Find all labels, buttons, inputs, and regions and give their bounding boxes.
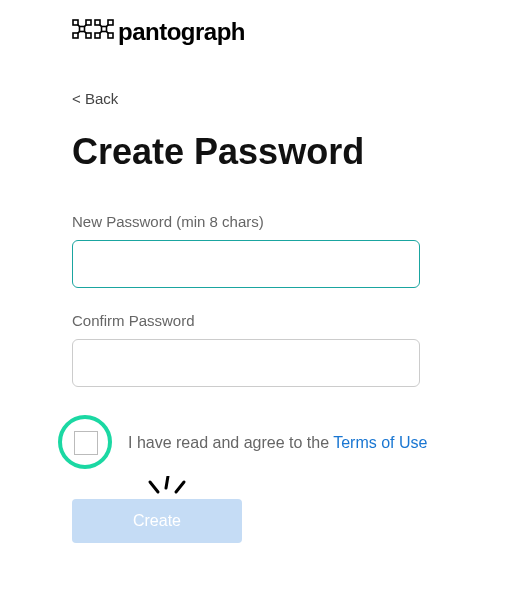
terms-text: I have read and agree to the Terms of Us… xyxy=(128,434,427,452)
new-password-group: New Password (min 8 chars) xyxy=(72,213,445,288)
create-button[interactable]: Create xyxy=(72,499,242,543)
brand: pantograph xyxy=(72,18,445,46)
confirm-password-label: Confirm Password xyxy=(72,312,445,329)
svg-rect-2 xyxy=(73,20,78,25)
page-title: Create Password xyxy=(72,131,445,173)
new-password-input[interactable] xyxy=(72,240,420,288)
svg-rect-6 xyxy=(80,27,85,32)
terms-link[interactable]: Terms of Use xyxy=(333,434,427,451)
svg-rect-4 xyxy=(73,33,78,38)
svg-rect-11 xyxy=(95,33,100,38)
confirm-password-input[interactable] xyxy=(72,339,420,387)
svg-rect-3 xyxy=(86,20,91,25)
svg-rect-13 xyxy=(102,27,107,32)
terms-prefix: I have read and agree to the xyxy=(128,434,333,451)
svg-rect-5 xyxy=(86,33,91,38)
confirm-password-group: Confirm Password xyxy=(72,312,445,387)
svg-rect-9 xyxy=(95,20,100,25)
new-password-label: New Password (min 8 chars) xyxy=(72,213,445,230)
svg-rect-10 xyxy=(108,20,113,25)
checkbox-highlight xyxy=(58,415,114,471)
back-link[interactable]: < Back xyxy=(72,90,118,107)
terms-row: I have read and agree to the Terms of Us… xyxy=(58,415,431,471)
brand-name: pantograph xyxy=(118,18,245,46)
highlight-ring-icon xyxy=(58,415,112,469)
svg-rect-12 xyxy=(108,33,113,38)
brand-logo-icon xyxy=(72,19,114,45)
